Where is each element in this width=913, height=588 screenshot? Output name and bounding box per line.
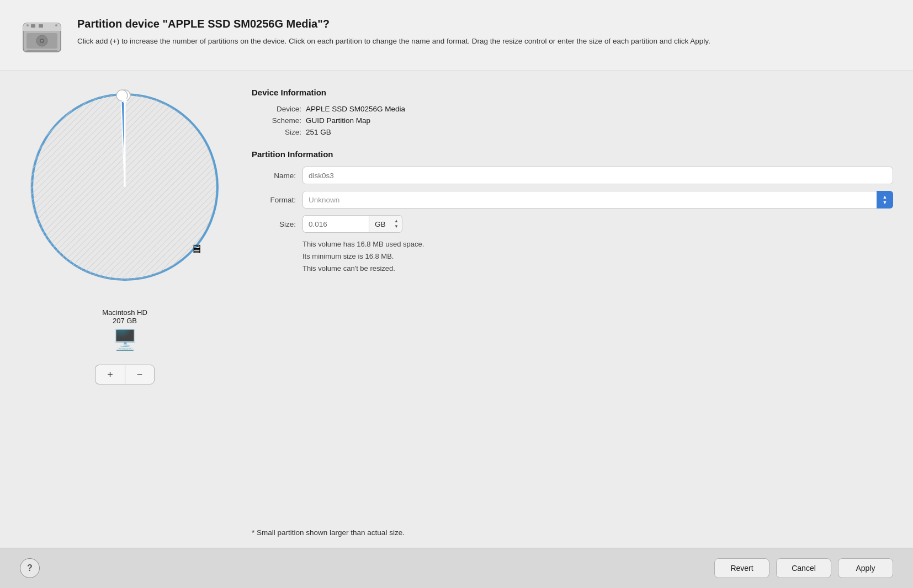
footer-right: Revert Cancel Apply: [714, 558, 893, 578]
dialog-footer: ? Revert Cancel Apply: [0, 548, 913, 588]
scheme-label: Scheme:: [252, 116, 301, 125]
dialog-title: Partition device "APPLE SSD SM0256G Medi…: [77, 18, 893, 30]
partition-size-label: 207 GB: [102, 317, 147, 325]
volume-info-line2: Its minimum size is 16.8 MB.: [302, 250, 893, 263]
left-panel: ❄ 🖥 Macintosh HD 207 GB 🖥️ + −: [20, 82, 230, 537]
add-partition-button[interactable]: +: [95, 365, 125, 384]
name-field-label: Name:: [252, 172, 296, 180]
footnote: * Small partition shown larger than actu…: [252, 528, 893, 537]
volume-info-line3: This volume can't be resized.: [302, 263, 893, 275]
format-row: Format: Unknown ▲ ▼: [252, 191, 893, 209]
device-value: APPLE SSD SM0256G Media: [306, 105, 893, 113]
remove-partition-button[interactable]: −: [125, 365, 155, 384]
dialog-content: ❄ 🖥 Macintosh HD 207 GB 🖥️ + −: [0, 71, 913, 548]
size-value: 251 GB: [306, 128, 893, 136]
dialog-description: Click add (+) to increase the number of …: [77, 36, 893, 47]
svg-point-10: [26, 24, 29, 26]
scheme-value: GUID Partition Map: [306, 116, 893, 125]
size-row: Size: GB MB TB ▲ ▼: [252, 215, 893, 233]
header-text-block: Partition device "APPLE SSD SM0256G Medi…: [77, 15, 893, 47]
device-label: Device:: [252, 105, 301, 113]
svg-rect-7: [31, 24, 35, 28]
svg-point-11: [55, 24, 57, 26]
size-field-label: Size:: [252, 220, 296, 228]
size-input[interactable]: [302, 215, 369, 233]
name-input[interactable]: [302, 167, 893, 184]
partition-name-label: Macintosh HD: [102, 308, 147, 317]
volume-info: This volume has 16.8 MB used space. Its …: [302, 238, 893, 275]
help-button[interactable]: ?: [20, 558, 40, 578]
size-label: Size:: [252, 128, 301, 136]
revert-button[interactable]: Revert: [714, 558, 769, 578]
volume-info-line1: This volume has 16.8 MB used space.: [302, 238, 893, 250]
right-panel: Device Information Device: APPLE SSD SM0…: [252, 82, 893, 537]
svg-rect-9: [26, 50, 57, 51]
partition-controls: + −: [95, 365, 155, 384]
partition-dialog: Partition device "APPLE SSD SM0256G Medi…: [0, 0, 913, 588]
svg-text:❄: ❄: [121, 96, 128, 105]
unit-wrapper: GB MB TB ▲ ▼: [369, 215, 402, 233]
svg-text:🖥: 🖥: [190, 242, 203, 256]
disk-visualization: ❄ 🖥: [25, 88, 224, 286]
device-info-grid: Device: APPLE SSD SM0256G Media Scheme: …: [252, 105, 893, 136]
svg-rect-8: [39, 24, 43, 28]
footer-left: ?: [20, 558, 40, 578]
format-field-label: Format:: [252, 196, 296, 204]
finder-icon: 🖥️: [113, 328, 137, 351]
disk-icon: [20, 15, 64, 60]
svg-point-6: [41, 40, 43, 42]
dialog-header: Partition device "APPLE SSD SM0256G Medi…: [0, 0, 913, 71]
disk-container: ❄ 🖥 Macintosh HD 207 GB: [25, 88, 224, 286]
format-select-wrapper: Unknown ▲ ▼: [302, 191, 893, 209]
partition-info-title: Partition Information: [252, 149, 893, 159]
name-row: Name:: [252, 167, 893, 184]
macintosh-hd-label: 🖥️: [113, 328, 137, 354]
format-select[interactable]: Unknown: [302, 191, 893, 209]
unit-select[interactable]: GB MB TB: [369, 215, 402, 233]
cancel-button[interactable]: Cancel: [776, 558, 831, 578]
apply-button[interactable]: Apply: [838, 558, 893, 578]
device-info-title: Device Information: [252, 88, 893, 97]
